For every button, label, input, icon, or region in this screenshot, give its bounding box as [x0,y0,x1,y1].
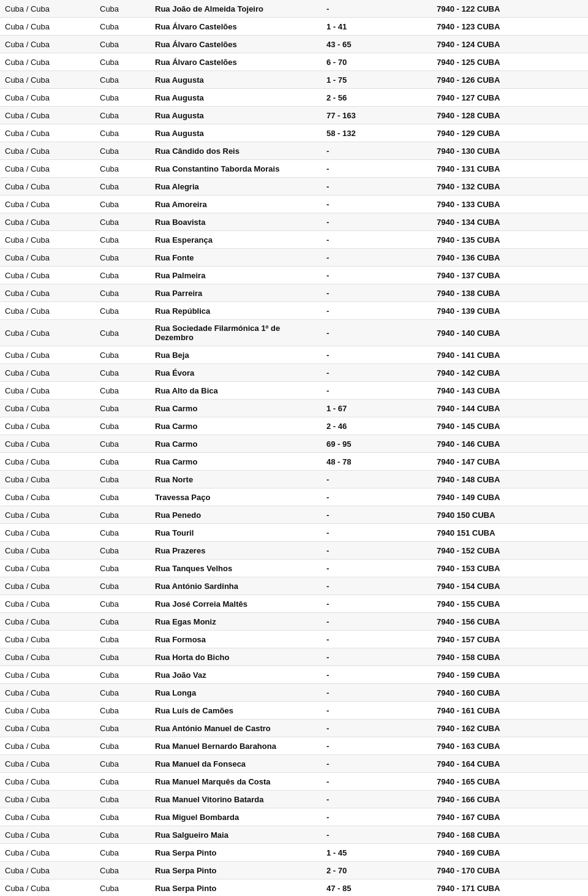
cell-location: Cuba / Cuba [0,267,95,284]
table-row: Cuba / Cuba Cuba Rua Carmo 2 - 46 7940 -… [0,417,588,435]
cell-code: 7940 - 140 CUBA [432,320,527,346]
table-row: Cuba / Cuba Cuba Rua Amoreira - 7940 - 1… [0,196,588,213]
cell-range: 58 - 132 [322,124,377,142]
cell-code: 7940 - 138 CUBA [432,284,527,302]
cell-code: 7940 - 146 CUBA [432,435,527,452]
cell-street: Rua Prazeres [150,542,322,559]
cell-street: Rua Carmo [150,400,322,417]
cell-street: Rua António Sardinha [150,577,322,594]
cell-street: Rua Alto da Bica [150,382,322,399]
cell-empty [377,684,432,701]
cell-range: 43 - 65 [322,36,377,53]
cell-range: - [322,178,377,195]
cell-range: 6 - 70 [322,53,377,70]
cell-empty [377,791,432,808]
cell-range: - [322,542,377,559]
table-row: Cuba / Cuba Cuba Rua Manuel Vitorino Bat… [0,791,588,808]
cell-code: 7940 - 149 CUBA [432,488,527,506]
cell-district: Cuba [95,471,150,488]
table-row: Cuba / Cuba Cuba Rua Egas Moniz - 7940 -… [0,613,588,631]
cell-empty [377,737,432,754]
cell-empty [377,36,432,53]
cell-range: - [322,826,377,843]
cell-empty [377,267,432,284]
cell-empty [377,862,432,879]
cell-range: 2 - 70 [322,862,377,879]
table-row: Cuba / Cuba Cuba Rua Alto da Bica - 7940… [0,382,588,400]
cell-code: 7940 - 163 CUBA [432,737,527,754]
cell-district: Cuba [95,702,150,719]
cell-street: Rua Alegria [150,178,322,195]
cell-district: Cuba [95,577,150,594]
cell-range: - [322,0,377,17]
cell-code: 7940 - 153 CUBA [432,560,527,577]
cell-empty [377,178,432,195]
cell-district: Cuba [95,0,150,17]
cell-range: 1 - 45 [322,844,377,861]
cell-location: Cuba / Cuba [0,826,95,843]
cell-empty [377,471,432,488]
cell-street: Rua Touril [150,524,322,541]
cell-street: Rua João Vaz [150,666,322,683]
cell-empty [377,560,432,577]
cell-street: Rua Serpa Pinto [150,844,322,861]
cell-district: Cuba [95,249,150,266]
cell-street: Rua Augusta [150,89,322,106]
cell-location: Cuba / Cuba [0,506,95,523]
cell-location: Cuba / Cuba [0,213,95,230]
cell-empty [377,142,432,159]
cell-street: Rua Egas Moniz [150,613,322,630]
cell-code: 7940 - 161 CUBA [432,702,527,719]
table-row: Cuba / Cuba Cuba Travessa Paço - 7940 - … [0,488,588,506]
cell-street: Rua Carmo [150,435,322,452]
cell-empty [377,284,432,302]
cell-location: Cuba / Cuba [0,382,95,399]
table-row: Cuba / Cuba Cuba Rua Parreira - 7940 - 1… [0,284,588,302]
cell-empty [377,773,432,790]
cell-street: Rua Constantino Taborda Morais [150,160,322,177]
cell-location: Cuba / Cuba [0,737,95,754]
cell-location: Cuba / Cuba [0,613,95,630]
table-row: Cuba / Cuba Cuba Rua Cândido dos Reis - … [0,142,588,160]
cell-code: 7940 - 164 CUBA [432,755,527,772]
cell-empty [377,702,432,719]
cell-empty [377,488,432,506]
cell-empty [377,826,432,843]
cell-code: 7940 - 158 CUBA [432,648,527,666]
table-row: Cuba / Cuba Cuba Rua António Manuel de C… [0,719,588,737]
cell-code: 7940 - 131 CUBA [432,160,527,177]
cell-street: Rua Salgueiro Maia [150,826,322,843]
cell-code: 7940 - 123 CUBA [432,18,527,35]
cell-district: Cuba [95,382,150,399]
table-row: Cuba / Cuba Cuba Rua Manuel da Fonseca -… [0,755,588,773]
cell-location: Cuba / Cuba [0,320,95,346]
cell-location: Cuba / Cuba [0,719,95,737]
cell-location: Cuba / Cuba [0,89,95,106]
cell-code: 7940 - 156 CUBA [432,613,527,630]
cell-district: Cuba [95,107,150,124]
cell-district: Cuba [95,453,150,470]
cell-location: Cuba / Cuba [0,435,95,452]
cell-range: - [322,755,377,772]
cell-district: Cuba [95,719,150,737]
cell-empty [377,0,432,17]
cell-street: Rua República [150,302,322,319]
cell-code: 7940 - 167 CUBA [432,808,527,826]
cell-location: Cuba / Cuba [0,18,95,35]
cell-code: 7940 - 160 CUBA [432,684,527,701]
cell-code: 7940 - 134 CUBA [432,213,527,230]
cell-empty [377,524,432,541]
cell-street: Rua Álvaro Castelões [150,18,322,35]
cell-empty [377,453,432,470]
cell-range: - [322,684,377,701]
cell-location: Cuba / Cuba [0,453,95,470]
cell-location: Cuba / Cuba [0,648,95,666]
cell-range: - [322,382,377,399]
cell-street: Rua Fonte [150,249,322,266]
cell-range: - [322,560,377,577]
cell-code: 7940 - 137 CUBA [432,267,527,284]
cell-empty [377,249,432,266]
cell-code: 7940 - 168 CUBA [432,826,527,843]
table-row: Cuba / Cuba Cuba Rua Horta do Bicho - 79… [0,648,588,666]
cell-district: Cuba [95,124,150,142]
